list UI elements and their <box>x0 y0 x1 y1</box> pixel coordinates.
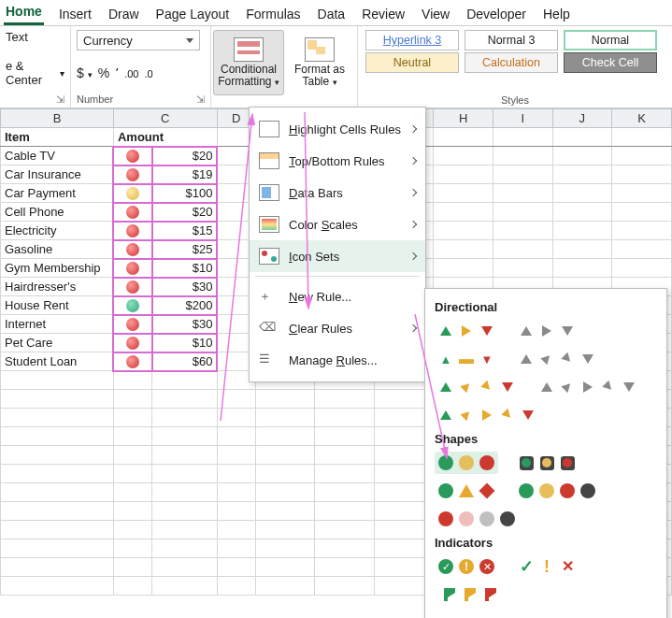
cell-amount[interactable]: $15 <box>152 222 217 240</box>
iconset-3-symbols-uncircled[interactable]: ✓ ! ✕ <box>515 555 579 578</box>
cell-item[interactable]: Hairdresser's <box>1 278 114 296</box>
iconset-4-arrows-gray[interactable] <box>515 348 599 370</box>
col-header-C[interactable]: C <box>113 109 217 128</box>
cell-icon[interactable] <box>113 165 151 184</box>
tab-home[interactable]: Home <box>4 2 44 25</box>
number-btn-3[interactable]: .00 <box>124 65 138 80</box>
cell-amount[interactable]: $30 <box>152 278 217 296</box>
cell-icon[interactable] <box>113 147 151 165</box>
dialog-launcher-icon[interactable]: ⇲ <box>196 93 205 106</box>
tab-draw[interactable]: Draw <box>107 5 141 25</box>
cell-amount[interactable]: $20 <box>152 203 217 222</box>
style-normal[interactable]: Normal <box>564 30 657 50</box>
cell-amount[interactable]: $30 <box>152 315 217 334</box>
number-btn-0[interactable]: $ ▾ <box>77 65 93 80</box>
cell-item[interactable]: Gasoline <box>1 240 114 259</box>
cell-icon[interactable] <box>113 352 151 371</box>
conditional-formatting-button[interactable]: Conditional Formatting ▾ <box>213 30 284 95</box>
cell-amount[interactable]: $200 <box>152 296 217 315</box>
tab-view[interactable]: View <box>420 5 451 25</box>
iconset-3-triangles[interactable]: ▲ ▬ ▼ <box>435 348 498 370</box>
number-format-select[interactable]: Currency <box>77 30 200 50</box>
bar-icon <box>259 184 279 201</box>
cell-item[interactable]: Car Insurance <box>1 165 114 184</box>
shapes-heading: Shapes <box>435 432 657 446</box>
cell-item[interactable]: Electricity <box>1 222 114 240</box>
style-calculation[interactable]: Calculation <box>465 52 558 73</box>
cell-item[interactable]: Car Payment <box>1 184 114 203</box>
col-header-J[interactable]: J <box>552 109 612 128</box>
tab-page-layout[interactable]: Page Layout <box>154 5 232 25</box>
iconset-3-symbols-circled[interactable]: ✓ ! ✕ <box>435 555 498 578</box>
cell-item[interactable]: Pet Care <box>1 334 114 352</box>
cell-icon[interactable] <box>113 315 151 334</box>
cell-amount[interactable]: $10 <box>152 259 217 278</box>
cell-amount[interactable]: $19 <box>152 165 217 184</box>
menu-highlight-cells-rules[interactable]: Highlight Cells Rules <box>250 113 425 145</box>
style-hyperlink-3[interactable]: Hyperlink 3 <box>365 30 459 50</box>
cell-icon[interactable] <box>113 222 151 240</box>
cell-icon[interactable] <box>113 184 151 203</box>
tab-insert[interactable]: Insert <box>57 5 93 25</box>
tab-developer[interactable]: Developer <box>465 5 528 25</box>
cell-amount[interactable]: $100 <box>152 184 217 203</box>
cell-icon[interactable] <box>113 334 151 352</box>
iconset-4-traffic-lights[interactable] <box>515 480 599 502</box>
header-amount[interactable]: Amount <box>113 128 217 147</box>
cell-amount[interactable]: $60 <box>152 352 217 371</box>
iconset-3-traffic-lights-rimmed[interactable] <box>515 452 579 474</box>
cell-amount[interactable]: $10 <box>152 334 217 352</box>
menu-data-bars[interactable]: Data Bars <box>250 177 425 208</box>
cell-icon[interactable] <box>113 278 151 296</box>
cell-item[interactable]: Cable TV <box>1 147 114 165</box>
iconset-5-arrows-colored[interactable] <box>435 404 539 426</box>
cell-item[interactable]: Cell Phone <box>1 203 114 222</box>
menu-clear-rules[interactable]: ⌫Clear Rules <box>250 312 425 344</box>
status-ball-icon <box>126 224 139 237</box>
merge-center-button[interactable]: e & Center <box>6 59 56 87</box>
iconset-3-arrows-colored[interactable] <box>435 320 498 342</box>
format-as-table-button[interactable]: Format as Table ▾ <box>284 30 355 95</box>
col-header-B[interactable]: B <box>1 109 114 128</box>
iconset-3-signs[interactable] <box>435 480 498 502</box>
cell-icon[interactable] <box>113 259 151 278</box>
iconset-5-arrows-gray[interactable] <box>536 376 640 398</box>
alignment-group: Text e & Center ▾ ⇲ <box>0 26 71 108</box>
cell-amount[interactable]: $25 <box>152 240 217 259</box>
style-normal-3[interactable]: Normal 3 <box>465 30 558 50</box>
tab-data[interactable]: Data <box>316 5 348 25</box>
menu-manage-rules-[interactable]: ☰Manage Rules... <box>250 344 425 376</box>
tab-review[interactable]: Review <box>360 5 407 25</box>
tab-help[interactable]: Help <box>541 5 572 25</box>
dialog-launcher-icon[interactable]: ⇲ <box>56 93 64 106</box>
iconset-4-red-to-black[interactable] <box>435 508 519 530</box>
col-header-K[interactable]: K <box>612 109 672 128</box>
cell-icon[interactable] <box>113 240 151 259</box>
number-btn-4[interactable]: .0 <box>144 65 152 80</box>
header-item[interactable]: Item <box>1 128 114 147</box>
number-btn-2[interactable]: ʼ <box>115 65 119 80</box>
menu-new-rule-[interactable]: ＋New Rule... <box>250 280 425 312</box>
number-btn-1[interactable]: % <box>98 65 109 80</box>
iconset-3-flags[interactable] <box>435 583 498 606</box>
iconset-3-traffic-lights-unrimmed[interactable] <box>435 452 498 474</box>
style-check-cell[interactable]: Check Cell <box>564 52 657 73</box>
cell-item[interactable]: Gym Membership <box>1 259 114 278</box>
icons-icon <box>259 248 279 265</box>
tab-formulas[interactable]: Formulas <box>244 5 302 25</box>
cell-item[interactable]: Student Loan <box>1 352 114 371</box>
cell-item[interactable]: House Rent <box>1 296 114 315</box>
iconset-3-arrows-gray[interactable] <box>515 320 579 342</box>
cell-icon[interactable] <box>113 203 151 222</box>
menu-top-bottom-rules[interactable]: Top/Bottom Rules <box>250 145 425 177</box>
menu-icon-sets[interactable]: Icon Sets <box>250 240 425 272</box>
clear-icon: ⌫ <box>259 320 279 337</box>
cell-amount[interactable]: $20 <box>152 147 217 165</box>
cell-item[interactable]: Internet <box>1 315 114 334</box>
iconset-4-arrows-colored[interactable] <box>435 376 519 398</box>
style-neutral[interactable]: Neutral <box>365 52 459 73</box>
cell-icon[interactable] <box>113 296 151 315</box>
col-header-H[interactable]: H <box>434 109 493 128</box>
menu-color-scales[interactable]: Color Scales <box>250 208 425 240</box>
col-header-I[interactable]: I <box>493 109 552 128</box>
